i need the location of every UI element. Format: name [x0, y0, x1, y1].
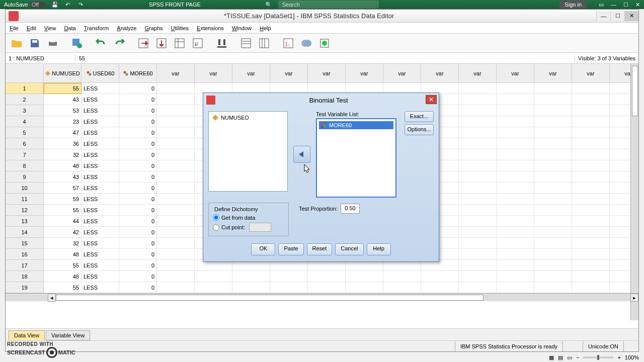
run-descriptives-icon[interactable]: μ: [190, 35, 206, 51]
menu-extensions[interactable]: Extensions: [197, 25, 224, 31]
cell[interactable]: [497, 127, 534, 138]
cell[interactable]: LESS: [82, 171, 119, 183]
insert-cases-icon[interactable]: [238, 35, 254, 51]
cell[interactable]: [459, 171, 497, 183]
cancel-button[interactable]: Cancel: [335, 243, 363, 255]
row-header[interactable]: 15: [6, 238, 44, 249]
column-header[interactable]: var: [534, 64, 572, 83]
cell[interactable]: [459, 282, 497, 293]
cell[interactable]: [497, 138, 534, 149]
vertical-scrollbar[interactable]: [630, 64, 638, 320]
cell[interactable]: [497, 116, 534, 127]
cell[interactable]: [459, 260, 497, 271]
cell[interactable]: LESS: [82, 149, 119, 160]
row-header[interactable]: 7: [6, 149, 44, 160]
cut-point-input[interactable]: [249, 223, 271, 232]
row-header[interactable]: 9: [6, 171, 44, 183]
cell[interactable]: [572, 238, 610, 249]
maximize-icon[interactable]: ☐: [623, 2, 628, 8]
cell[interactable]: [157, 205, 195, 216]
cell[interactable]: [534, 83, 572, 94]
cell[interactable]: 0: [119, 171, 157, 183]
cell[interactable]: [534, 127, 572, 138]
zoom-level[interactable]: 100%: [625, 354, 639, 360]
cell[interactable]: [157, 138, 195, 149]
radio-input[interactable]: [213, 224, 219, 231]
row-header[interactable]: 4: [6, 116, 44, 127]
cell[interactable]: [232, 271, 270, 282]
cell[interactable]: [157, 183, 195, 194]
source-variable-list[interactable]: NUMUSED: [208, 111, 288, 192]
cell[interactable]: [534, 271, 572, 282]
menu-graphs[interactable]: Graphs: [144, 25, 163, 31]
cell[interactable]: [157, 171, 195, 183]
cell[interactable]: LESS: [82, 83, 119, 94]
row-header[interactable]: 11: [6, 194, 44, 205]
cell[interactable]: [534, 94, 572, 105]
column-header[interactable]: var: [270, 64, 308, 83]
cell[interactable]: [157, 260, 195, 271]
cell[interactable]: 0: [119, 116, 157, 127]
column-header[interactable]: var: [232, 64, 270, 83]
cell[interactable]: [421, 282, 459, 293]
zoom-slider[interactable]: [583, 356, 613, 358]
cell[interactable]: [270, 271, 308, 282]
cell[interactable]: 0: [119, 238, 157, 249]
undo-icon[interactable]: [93, 35, 109, 51]
cell[interactable]: 59: [44, 194, 82, 205]
cell[interactable]: LESS: [82, 227, 119, 238]
cell[interactable]: 0: [119, 149, 157, 160]
menu-view[interactable]: View: [44, 25, 56, 31]
open-icon[interactable]: [9, 35, 25, 51]
cell[interactable]: [497, 194, 534, 205]
ok-button[interactable]: OK: [251, 243, 275, 255]
cell[interactable]: [157, 227, 195, 238]
cell[interactable]: [195, 271, 232, 282]
row-header[interactable]: 8: [6, 160, 44, 171]
save-icon[interactable]: [27, 35, 43, 51]
cell[interactable]: [157, 271, 195, 282]
menu-edit[interactable]: Edit: [27, 25, 36, 31]
cell[interactable]: [383, 271, 421, 282]
recall-dialog-icon[interactable]: [69, 35, 85, 51]
cell[interactable]: 48: [44, 160, 82, 171]
radio-cut-point[interactable]: Cut point:: [213, 223, 284, 232]
goto-case-icon[interactable]: [135, 35, 151, 51]
cell[interactable]: [497, 271, 534, 282]
cell[interactable]: [157, 216, 195, 227]
scroll-left-icon[interactable]: ◂: [48, 294, 56, 302]
cell[interactable]: [534, 160, 572, 171]
test-proportion-input[interactable]: 0.50: [341, 204, 360, 214]
cell[interactable]: [534, 194, 572, 205]
cell[interactable]: [534, 138, 572, 149]
menu-analyze[interactable]: Analyze: [117, 25, 136, 31]
cell[interactable]: [572, 271, 610, 282]
cell[interactable]: [497, 183, 534, 194]
row-header[interactable]: 3: [6, 105, 44, 116]
dialog-close-button[interactable]: ✕: [426, 95, 437, 104]
find-icon[interactable]: [214, 35, 230, 51]
cell[interactable]: [459, 216, 497, 227]
cell[interactable]: 0: [119, 183, 157, 194]
cell[interactable]: [157, 127, 195, 138]
reset-button[interactable]: Reset: [307, 243, 333, 255]
cell[interactable]: [534, 260, 572, 271]
cell[interactable]: [157, 238, 195, 249]
cell[interactable]: 32: [44, 238, 82, 249]
row-header[interactable]: 6: [6, 138, 44, 149]
options-button[interactable]: Options...: [405, 124, 434, 135]
cell[interactable]: [497, 160, 534, 171]
goto-var-icon[interactable]: [153, 35, 170, 51]
cell[interactable]: [572, 94, 610, 105]
cell[interactable]: 0: [119, 205, 157, 216]
row-header[interactable]: 2: [6, 94, 44, 105]
cell[interactable]: LESS: [82, 105, 119, 116]
cell[interactable]: [459, 83, 497, 94]
cell[interactable]: 43: [44, 94, 82, 105]
cell[interactable]: [572, 183, 610, 194]
cell[interactable]: [459, 127, 497, 138]
redo-icon[interactable]: ↷: [77, 1, 85, 8]
cell[interactable]: LESS: [82, 260, 119, 271]
row-header[interactable]: 13: [6, 216, 44, 227]
cell[interactable]: LESS: [82, 127, 119, 138]
